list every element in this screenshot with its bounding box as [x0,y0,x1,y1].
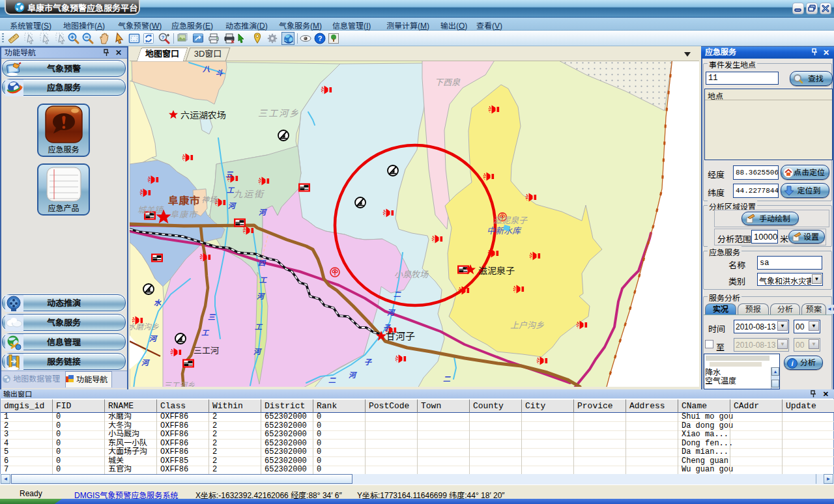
svg-text:二: 二 [394,288,401,299]
svg-text:?: ? [318,35,323,42]
svg-text:滋泥泉子: 滋泥泉子 [478,264,515,277]
svg-text:下西泉: 下西泉 [435,76,461,88]
svg-text:二: 二 [328,374,336,385]
svg-text:三工河: 三工河 [194,344,219,356]
svg-text:子: 子 [364,356,372,367]
svg-text:城关镇: 城关镇 [137,203,164,216]
svg-text:上户沟乡: 上户沟乡 [510,318,544,331]
svg-text:三工河乡: 三工河乡 [258,106,300,119]
svg-text:水: 水 [154,297,162,307]
svg-text:水磨沟乡: 水磨沟乡 [130,320,159,331]
svg-text:六运湖农场: 六运湖农场 [180,108,226,121]
svg-text:九运街: 九运街 [233,187,265,200]
svg-text:神场: 神场 [201,193,218,204]
svg-text:二: 二 [443,373,451,384]
svg-text:三工河乡: 三工河乡 [164,379,195,387]
svg-text:阜康市: 阜康市 [168,192,201,208]
svg-text:八: 八 [202,63,210,74]
svg-text:斗: 斗 [216,67,223,77]
svg-text:?: ? [162,35,165,40]
svg-text:小泉牧场: 小泉牧场 [394,268,429,280]
svg-text:阜康市: 阜康市 [170,208,198,220]
svg-text:子: 子 [383,322,391,332]
